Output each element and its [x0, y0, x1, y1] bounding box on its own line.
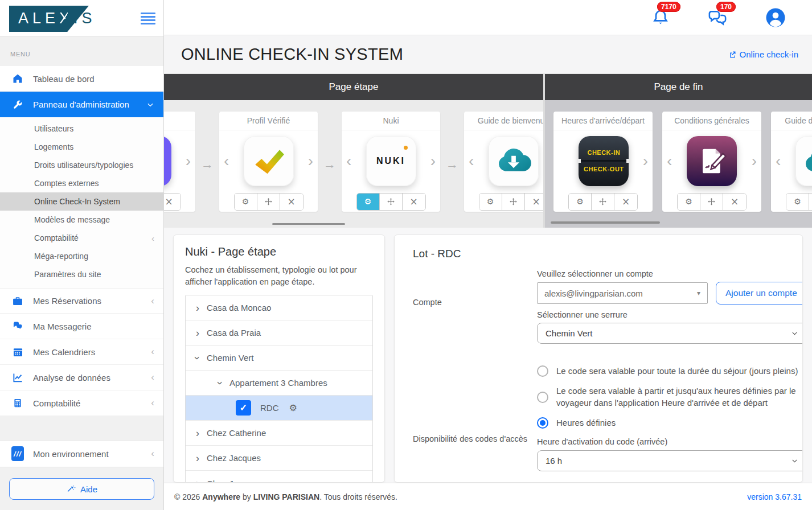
card-remove-button[interactable]: ×	[614, 194, 637, 210]
account-select[interactable]: alexis@livingparisian.com ▾	[537, 282, 708, 304]
section-tabs: Page étape Page de fin	[164, 74, 812, 100]
chevron-right-icon[interactable]: ›	[307, 153, 314, 169]
chevron-left-icon[interactable]: ‹	[774, 153, 782, 169]
panel-title: Nuki - Page étape	[185, 245, 373, 258]
user-avatar-button[interactable]	[765, 7, 786, 28]
radio-option-full-stay[interactable]: Le code sera valable pour toute la durée…	[537, 365, 803, 377]
page-title: ONLINE CHECK-IN SYSTEM	[181, 45, 403, 64]
app-card-title: Profil Vérifié	[219, 112, 318, 130]
chevron-right-icon[interactable]: ›	[642, 153, 649, 169]
property-tree: ›Casa da Moncao ›Casa da Praia ›Chemin V…	[185, 295, 373, 483]
content-area: Nuki - Page étape Cochez un établissemen…	[164, 228, 812, 483]
card-move-button[interactable]	[809, 194, 812, 210]
card-settings-button[interactable]: ⚙	[569, 194, 592, 210]
sidebar-item-parametres[interactable]: Paramètres du site	[0, 265, 163, 283]
sidebar-item-messagerie[interactable]: Ma Messagerie	[0, 314, 163, 339]
card-move-button[interactable]	[592, 194, 614, 210]
copyright-text: © 2026 Anywhere by LIVING PARISIAN. Tous…	[174, 492, 397, 501]
checkbox-checked-icon[interactable]: ✓	[236, 400, 251, 416]
card-remove-button[interactable]: ×	[525, 194, 544, 210]
chevron-right-icon[interactable]: ›	[751, 153, 758, 169]
nuki-icon: NUKI	[366, 136, 416, 186]
tree-row[interactable]: ›Chez Jacques	[186, 471, 372, 483]
chevron-left-icon[interactable]: ‹	[223, 153, 230, 169]
tree-row[interactable]: ›Chez Catherine	[186, 421, 372, 446]
sidebar-item-comptabilite-sub[interactable]: Comptabilité‹	[0, 229, 163, 247]
sidebar-item-analyse[interactable]: Analyse de données ‹	[0, 365, 163, 390]
app-root: ALEXIS MENU Tableau de bord Panneau d'ad…	[0, 0, 812, 510]
card-remove-button[interactable]: ×	[723, 194, 746, 210]
sidebar-item-logements[interactable]: Logements	[0, 138, 163, 156]
move-icon	[509, 198, 518, 206]
sidebar-item-online-checkin[interactable]: Online Check-In System	[0, 192, 163, 211]
card-settings-button[interactable]: ⚙	[678, 194, 700, 210]
chevron-right-icon[interactable]: ›	[429, 153, 437, 169]
messages-button[interactable]: 170	[707, 9, 728, 27]
chevron-right-icon: ›	[196, 428, 199, 438]
card-remove-button[interactable]: ×	[280, 194, 303, 210]
add-account-button[interactable]: Ajouter un compte	[716, 282, 803, 305]
card-remove-button[interactable]: ×	[164, 194, 181, 210]
sidebar-item-admin-panel[interactable]: Panneau d'administration	[0, 92, 163, 117]
sidebar-item-comptes-externes[interactable]: Comptes externes	[0, 174, 163, 192]
activation-hour-select[interactable]: 16 h	[537, 450, 803, 471]
card-settings-button-active[interactable]: ⚙	[357, 194, 380, 210]
tab-page-etape[interactable]: Page étape	[164, 74, 543, 100]
chevron-left-icon[interactable]: ‹	[345, 153, 352, 169]
gear-icon[interactable]: ⚙	[289, 402, 297, 413]
sidebar: ALEXIS MENU Tableau de bord Panneau d'ad…	[0, 0, 164, 510]
tree-row[interactable]: ›Chez Jacques	[186, 446, 372, 471]
card-settings-button[interactable]: ⚙	[786, 194, 809, 210]
card-settings-button[interactable]: ⚙	[479, 194, 502, 210]
sidebar-item-calendriers[interactable]: Mes Calendriers ‹	[0, 339, 163, 365]
chevron-left-icon[interactable]: ‹	[666, 153, 673, 169]
radio-option-defined-hours[interactable]: Heures définies	[537, 417, 803, 429]
horizontal-scrollbar[interactable]	[551, 221, 660, 224]
card-move-button[interactable]	[257, 194, 280, 210]
help-button[interactable]: Aide	[9, 478, 154, 500]
account-select-label: Veuillez sélectionner un compte	[537, 269, 803, 278]
tree-row[interactable]: ›Casa da Moncao	[186, 295, 372, 320]
horizontal-scrollbar[interactable]	[272, 223, 345, 225]
avatar-icon	[765, 7, 786, 28]
hamburger-menu-icon[interactable]	[141, 13, 155, 24]
chevron-left-icon[interactable]: ‹	[467, 153, 475, 169]
sidebar-item-reservations[interactable]: Mes Réservations ‹	[0, 288, 163, 314]
radio-option-traveler-hours[interactable]: Le code sera valable à partir et jusqu'a…	[537, 385, 803, 409]
lock-select[interactable]: Chemin Vert	[537, 323, 803, 344]
notifications-button[interactable]: 7170	[651, 9, 670, 27]
tree-row-expanded[interactable]: ›Chemin Vert	[186, 346, 372, 371]
wrench-icon	[11, 98, 24, 111]
app-card-title	[164, 112, 195, 130]
sidebar-item-dashboard[interactable]: Tableau de bord	[0, 66, 163, 92]
topbar: 7170 170	[164, 0, 812, 35]
card-settings-button[interactable]: ⚙	[235, 194, 257, 210]
card-move-button[interactable]	[380, 194, 403, 210]
cloud-download-icon	[489, 136, 539, 186]
move-icon	[598, 198, 607, 206]
tab-page-de-fin[interactable]: Page de fin	[545, 74, 812, 100]
sidebar-item-environnement[interactable]: /// Mon environnement ‹	[0, 440, 163, 467]
alexis-logo[interactable]: ALEXIS	[9, 4, 96, 32]
sidebar-item-droits[interactable]: Droits utilisateurs/typologies	[0, 156, 163, 174]
card-remove-button[interactable]: ×	[403, 194, 425, 210]
chevron-right-icon: ›	[196, 328, 199, 338]
chevron-left-icon: ‹	[151, 346, 154, 357]
sidebar-item-modeles-message[interactable]: Modèles de message	[0, 211, 163, 229]
move-icon	[264, 198, 273, 206]
sidebar-item-comptabilite[interactable]: Comptabilité ‹	[0, 390, 163, 416]
sidebar-item-mega-reporting[interactable]: Méga-reporting	[0, 247, 163, 265]
chevron-left-icon: ‹	[151, 233, 154, 243]
card-move-button[interactable]	[700, 194, 723, 210]
tree-row-rdc-selected[interactable]: ✓ RDC ⚙	[186, 396, 372, 421]
chevron-right-icon[interactable]: ›	[184, 153, 192, 169]
tree-row[interactable]: ›Casa da Praia	[186, 320, 372, 346]
page-etape-section: ‹ e › ⚙ × → Profil Vérifié	[164, 100, 543, 228]
environment-slashes-icon: ///	[11, 447, 24, 460]
form-label-column: Compte Disponibilité des codes d'accès	[413, 260, 537, 471]
chat-bubbles-icon	[11, 320, 24, 332]
online-checkin-link[interactable]: Online check-in	[728, 50, 798, 59]
card-move-button[interactable]	[502, 194, 525, 210]
tree-row-expanded[interactable]: ›Appartement 3 Chambres	[186, 371, 372, 396]
sidebar-item-utilisateurs[interactable]: Utilisateurs	[0, 120, 163, 138]
